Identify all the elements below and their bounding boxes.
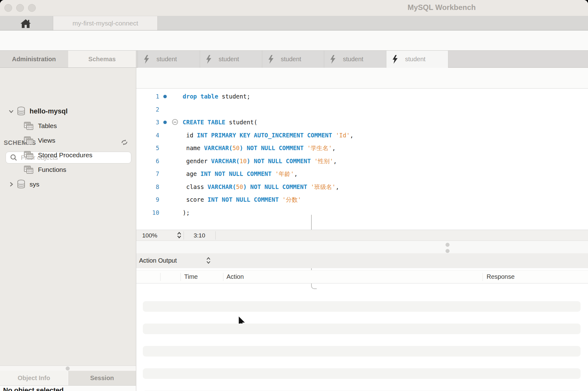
tree-item-views[interactable]: Views	[0, 133, 136, 148]
code-text: gender VARCHAR(10) NOT NULL COMMENT '性别'…	[183, 154, 337, 168]
code-line-6[interactable]: 6 gender VARCHAR(10) NOT NULL COMMENT '性…	[136, 154, 588, 168]
code-line-5[interactable]: 5 name VARCHAR(50) NOT NULL COMMENT '学生名…	[136, 141, 588, 154]
line-number: 5	[149, 141, 159, 154]
chevron-down-icon[interactable]	[8, 108, 14, 114]
tables-icon	[24, 151, 34, 159]
sql-code-editor[interactable]: 1drop table student;23CREATE TABLE stude…	[136, 89, 588, 230]
query-tab-bolt-icon	[143, 55, 150, 64]
line-number: 8	[149, 180, 159, 193]
editor-tab-label: student	[281, 56, 301, 63]
line-number: 3	[149, 116, 159, 129]
column-divider	[180, 273, 181, 281]
editor-tab-student-3[interactable]: student	[262, 51, 324, 68]
editor-tab-student-5[interactable]: student	[386, 51, 448, 68]
output-table-header: Time Action Response	[136, 270, 588, 283]
code-line-2[interactable]: 2	[136, 103, 588, 116]
home-icon	[21, 19, 31, 28]
sidebar-tab-administration[interactable]: Administration	[0, 51, 68, 68]
editor-tab-student-4[interactable]: student	[324, 51, 386, 68]
line-number: 10	[149, 206, 159, 219]
tree-item-label: sys	[30, 181, 40, 188]
code-line-10[interactable]: 10);	[136, 206, 588, 219]
output-panel-header: Action Output	[136, 253, 588, 268]
database-icon	[17, 180, 25, 189]
code-text: drop table student;	[183, 90, 250, 103]
connection-tab[interactable]: my-first-mysql-connect	[53, 16, 158, 30]
splitter-grip-dot	[446, 243, 450, 247]
tree-item-label: Views	[38, 137, 55, 144]
zoom-button[interactable]	[28, 4, 36, 12]
home-tab[interactable]	[21, 19, 31, 28]
editor-output-splitter[interactable]	[136, 241, 588, 253]
panel-selector-chevrons-icon[interactable]	[206, 257, 211, 264]
line-number: 6	[149, 154, 159, 168]
column-divider	[223, 273, 223, 281]
window-title: MySQL Workbench	[408, 3, 476, 12]
sidebar-tab-schemas[interactable]: Schemas	[68, 51, 136, 68]
code-line-4[interactable]: 4 id INT PRIMARY KEY AUTO_INCREMENT COMM…	[136, 129, 588, 142]
statement-marker-icon	[163, 121, 167, 124]
divider	[136, 283, 588, 283]
query-tab-bolt-icon	[206, 55, 212, 64]
code-text: id INT PRIMARY KEY AUTO_INCREMENT COMMEN…	[183, 129, 353, 142]
query-tab-bolt-icon	[392, 55, 398, 64]
output-empty-row	[143, 346, 581, 356]
tree-item-functions[interactable]: Functions	[0, 162, 136, 177]
divider	[215, 231, 216, 240]
code-text: age INT NOT NULL COMMENT '年龄',	[183, 167, 298, 180]
editor-tab-label: student	[343, 56, 363, 63]
chevron-right-icon[interactable]	[8, 181, 14, 187]
object-info-panel: No object selected	[0, 386, 136, 391]
code-text: );	[183, 206, 190, 219]
splitter-grip-dot	[446, 249, 450, 253]
tree-item-sys[interactable]: sys	[0, 177, 136, 191]
editor-status-bar: 100% 3:10	[136, 230, 588, 241]
line-number: 9	[149, 193, 159, 206]
column-header-time[interactable]: Time	[184, 273, 198, 280]
line-number: 1	[149, 90, 159, 103]
code-line-1[interactable]: 1drop table student;	[136, 90, 588, 103]
tree-item-label: Functions	[38, 166, 66, 173]
query-tab-bolt-icon	[330, 55, 336, 64]
fold-collapse-icon[interactable]	[172, 119, 178, 125]
editor-tab-label: student	[405, 56, 426, 63]
tree-item-tables[interactable]: Tables	[0, 118, 136, 133]
tree-item-label: hello-mysql	[30, 107, 68, 115]
column-header-response[interactable]: Response	[487, 273, 515, 280]
code-line-3[interactable]: 3CREATE TABLE student(	[136, 116, 588, 129]
column-divider	[160, 273, 161, 281]
tree-item-stored-procedures[interactable]: Stored Procedures	[0, 148, 136, 162]
editor-tab-student-2[interactable]: student	[200, 51, 262, 68]
zoom-stepper[interactable]	[177, 232, 182, 239]
output-empty-row	[143, 368, 581, 379]
sidebar-splitter-handle[interactable]	[0, 366, 136, 371]
tree-item-hello-mysql[interactable]: hello-mysql	[0, 104, 136, 118]
column-header-action[interactable]: Action	[226, 273, 244, 280]
tree-item-label: Tables	[38, 122, 57, 130]
output-panel-selector[interactable]: Action Output	[139, 257, 177, 264]
code-text: name VARCHAR(50) NOT NULL COMMENT '学生名',	[183, 141, 336, 154]
schemas-sidebar: SCHEMAS hello-mysqlTablesViewsStored Pro…	[0, 68, 136, 366]
bottom-tab-session[interactable]: Session	[68, 371, 136, 385]
code-text: class VARCHAR(50) NOT NULL COMMENT '班级名'…	[183, 180, 339, 193]
minimize-button[interactable]	[16, 4, 24, 12]
code-line-9[interactable]: 9 score INT NOT NULL COMMENT '分数'	[136, 193, 588, 206]
object-info-status: No object selected	[3, 386, 63, 391]
tables-icon	[24, 136, 34, 145]
splitter-grip-dot	[66, 366, 70, 370]
editor-tab-student-1[interactable]: student	[138, 51, 200, 68]
tree-item-label: Stored Procedures	[38, 151, 92, 159]
editor-tab-label: student	[219, 56, 239, 63]
main-toolbar: SQL SQL i f()	[0, 30, 588, 51]
title-bar: MySQL Workbench	[0, 0, 588, 16]
code-line-8[interactable]: 8 class VARCHAR(50) NOT NULL COMMENT '班级…	[136, 180, 588, 193]
column-divider	[483, 273, 483, 281]
database-icon	[17, 107, 25, 116]
tables-icon	[24, 122, 34, 130]
code-line-7[interactable]: 7 age INT NOT NULL COMMENT '年龄',	[136, 167, 588, 180]
query-tab-bolt-icon	[268, 55, 274, 64]
cursor-position: 3:10	[184, 232, 215, 239]
connection-tab-label: my-first-mysql-connect	[72, 20, 138, 27]
close-button[interactable]	[4, 4, 12, 12]
bottom-tab-object-info[interactable]: Object Info	[0, 371, 68, 385]
